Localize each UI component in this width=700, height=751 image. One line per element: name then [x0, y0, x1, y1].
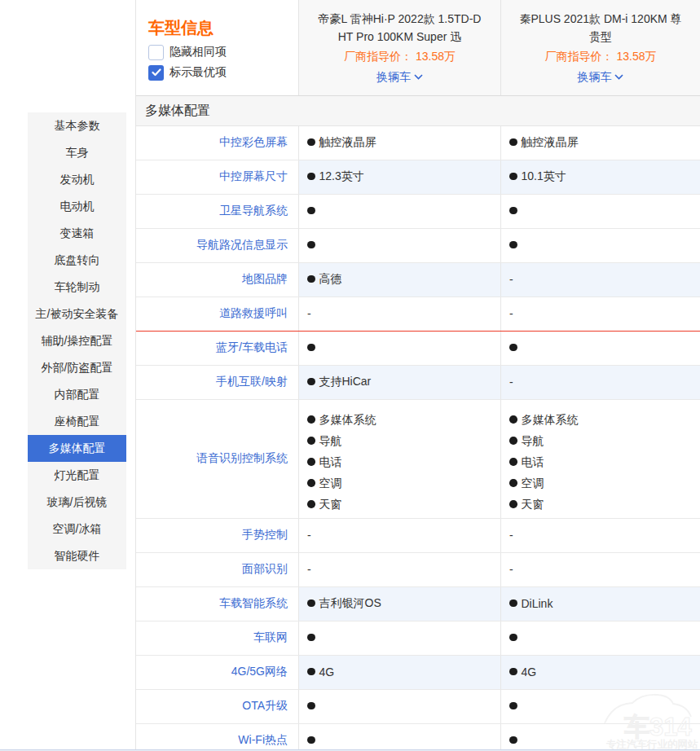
svg-text:车314: 车314 [624, 713, 692, 741]
svg-text:专注汽车行业的网站: 专注汽车行业的网站 [605, 738, 698, 750]
